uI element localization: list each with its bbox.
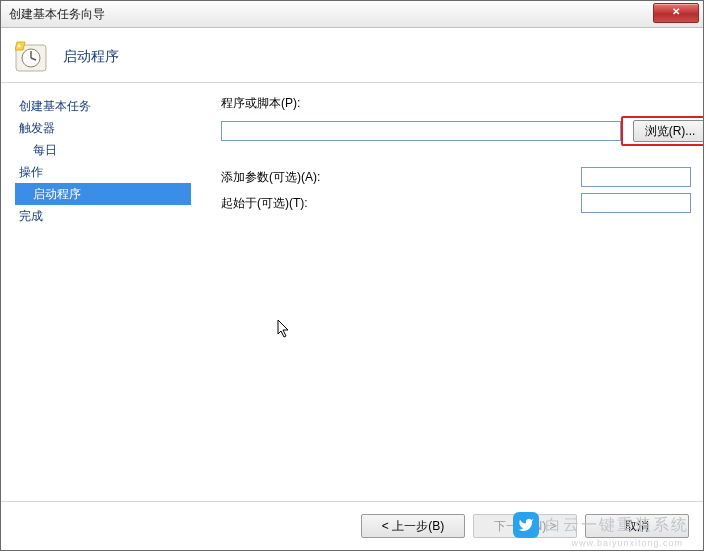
browse-button[interactable]: 浏览(R)...	[633, 120, 704, 142]
sidebar-item-2[interactable]: 每日	[15, 139, 191, 161]
header: 启动程序	[1, 28, 703, 82]
startin-label: 起始于(可选)(T):	[221, 195, 581, 212]
sidebar-item-5[interactable]: 完成	[15, 205, 191, 227]
sidebar-item-3[interactable]: 操作	[15, 161, 191, 183]
main-panel: 程序或脚本(P): 浏览(R)... 添加参数(可选)(A): 起始于(可选)(…	[191, 95, 704, 481]
sidebar-item-label: 完成	[19, 209, 43, 223]
startin-input[interactable]	[581, 193, 691, 213]
sidebar-item-4[interactable]: 启动程序	[15, 183, 191, 205]
sidebar-item-label: 创建基本任务	[19, 99, 91, 113]
sidebar: 创建基本任务触发器每日操作启动程序完成	[15, 95, 191, 481]
body: 创建基本任务触发器每日操作启动程序完成 程序或脚本(P): 浏览(R)... 添…	[1, 83, 703, 481]
sidebar-item-label: 每日	[33, 143, 57, 157]
window-title: 创建基本任务向导	[9, 6, 105, 23]
close-button[interactable]: ✕	[653, 3, 699, 23]
program-input[interactable]	[221, 121, 621, 141]
sidebar-item-0[interactable]: 创建基本任务	[15, 95, 191, 117]
args-label: 添加参数(可选)(A):	[221, 169, 581, 186]
sidebar-item-label: 触发器	[19, 121, 55, 135]
footer: < 上一步(B) 下一步(N) > 取消	[1, 502, 703, 550]
sidebar-item-1[interactable]: 触发器	[15, 117, 191, 139]
clock-task-icon	[15, 40, 49, 74]
cancel-button[interactable]: 取消	[585, 514, 689, 538]
wizard-window: 创建基本任务向导 ✕ 启动程序 创建基本任务触发器每日操作启动程序完成 程序或脚…	[0, 0, 704, 551]
back-button[interactable]: < 上一步(B)	[361, 514, 465, 538]
titlebar: 创建基本任务向导 ✕	[1, 1, 703, 28]
close-icon: ✕	[672, 6, 680, 17]
next-button[interactable]: 下一步(N) >	[473, 514, 577, 538]
sidebar-item-label: 启动程序	[33, 187, 81, 201]
program-label: 程序或脚本(P):	[221, 95, 300, 112]
browse-highlight: 浏览(R)...	[621, 116, 704, 146]
page-title: 启动程序	[63, 48, 119, 66]
args-input[interactable]	[581, 167, 691, 187]
sidebar-item-label: 操作	[19, 165, 43, 179]
